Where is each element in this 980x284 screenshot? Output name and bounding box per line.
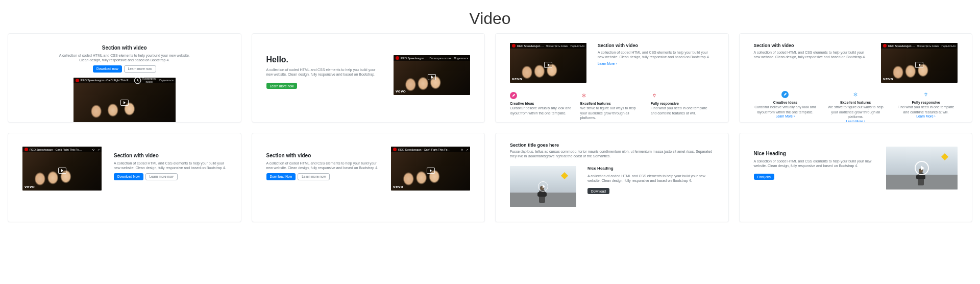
card-section-title[interactable]: Section title goes here Fusce dapibus, t… bbox=[495, 133, 729, 222]
video-thumbnail-street[interactable] bbox=[510, 166, 576, 207]
learn-more-link[interactable]: Learn More bbox=[916, 114, 935, 118]
feature-creative: Creative ideas Curabitur believe virtual… bbox=[510, 92, 573, 121]
card-title: Hello. bbox=[266, 55, 382, 64]
feature-title: Fully responsive bbox=[912, 100, 940, 105]
learn-more-link[interactable]: Learn More bbox=[776, 114, 795, 118]
learn-more-button[interactable]: Learn more now bbox=[298, 173, 330, 180]
video-title: REO Speedwagon - Can't Fight This Fe… bbox=[888, 44, 916, 48]
feature-title: Creative ideas bbox=[773, 100, 797, 105]
download-button[interactable]: Download bbox=[587, 188, 609, 194]
learn-more-button[interactable]: Learn more now bbox=[124, 65, 156, 73]
share-icon[interactable]: Поделиться bbox=[159, 79, 174, 82]
card-video-left[interactable]: REO Speedwagon - Can't Fight This Fe…⏲↗ … bbox=[8, 133, 241, 222]
watch-later-icon[interactable]: ⏲ bbox=[92, 148, 95, 151]
feature-responsive: Fully responsive Find what you need in o… bbox=[894, 91, 958, 123]
vevo-logo: vevo bbox=[393, 184, 403, 189]
learn-more-button[interactable]: Learn more now bbox=[145, 173, 178, 180]
feature-excellent: Excellent features We strive to figure o… bbox=[580, 92, 644, 121]
vevo-logo: vevo bbox=[24, 184, 35, 189]
video-thumbnail-street[interactable] bbox=[886, 147, 958, 190]
play-icon[interactable] bbox=[538, 181, 548, 192]
video-thumbnail[interactable]: REO Speedwagon - Can't Fight This Fe…⏲↗ … bbox=[22, 147, 102, 191]
youtube-icon bbox=[76, 79, 79, 82]
card-desc: A collection of coded HTML and CSS eleme… bbox=[754, 159, 874, 169]
feature-desc: Find what you need in one template and c… bbox=[894, 105, 958, 114]
diamond-icon bbox=[651, 92, 658, 99]
share-icon[interactable]: Поделиться bbox=[941, 44, 955, 48]
download-button[interactable]: Download Now bbox=[114, 173, 143, 180]
play-icon[interactable] bbox=[915, 62, 923, 68]
card-title: Section with video bbox=[102, 45, 147, 51]
feature-title: Fully responsive bbox=[651, 101, 714, 106]
card-video-centered[interactable]: Section with video A collection of coded… bbox=[8, 33, 241, 123]
play-icon[interactable] bbox=[58, 168, 66, 174]
share-icon[interactable]: Поделиться bbox=[454, 57, 468, 60]
cards-grid: Section with video A collection of coded… bbox=[0, 33, 980, 232]
learn-more-link[interactable]: Learn More bbox=[598, 62, 714, 65]
video-thumbnail[interactable]: REO Speedwagon - Can't Fight This Feelin… bbox=[74, 78, 176, 123]
play-icon[interactable] bbox=[428, 74, 436, 80]
feature-excellent: Excellent features We strive to figure o… bbox=[824, 91, 887, 123]
card-hello[interactable]: Hello. A collection of coded HTML and CS… bbox=[252, 33, 485, 123]
diamond-icon bbox=[922, 91, 929, 98]
video-title: REO Speedwagon - Can't Fight This Fe… bbox=[517, 44, 545, 48]
feature-desc: We strive to figure out ways to help you… bbox=[824, 105, 887, 119]
card-title: Nice Heading bbox=[754, 151, 874, 156]
youtube-icon bbox=[24, 148, 28, 151]
card-subdesc: Fusce dapibus, tellus ac cursus commodo,… bbox=[510, 149, 714, 159]
card-title: Section title goes here bbox=[510, 143, 714, 148]
feature-creative: Creative ideas Curabitur believe virtual… bbox=[754, 91, 817, 123]
video-thumbnail[interactable]: REO Speedwagon - Can't Fight This Fe…Пос… bbox=[510, 43, 586, 83]
card-video-features-red[interactable]: REO Speedwagon - Can't Fight This Fe…Пос… bbox=[495, 33, 729, 123]
feature-responsive: Fully responsive Find what you need in o… bbox=[651, 92, 714, 121]
card-title: Section with video bbox=[598, 43, 714, 48]
share-icon[interactable]: ↗ bbox=[466, 148, 468, 151]
edit-icon bbox=[781, 91, 789, 98]
watch-later-icon[interactable]: Посмотреть позже bbox=[430, 57, 452, 60]
youtube-icon bbox=[512, 44, 516, 48]
feature-desc: Curabitur believe virtually any look and… bbox=[510, 106, 573, 115]
watch-later-icon[interactable]: Посмотреть позже bbox=[134, 78, 156, 84]
watch-later-icon[interactable]: Посмотреть позже bbox=[917, 44, 939, 48]
card-desc: A collection of coded HTML and CSS eleme… bbox=[266, 67, 382, 77]
video-title: REO Speedwagon - Can't Fight This Feelin… bbox=[81, 79, 133, 82]
youtube-icon bbox=[883, 44, 887, 48]
play-icon[interactable] bbox=[427, 168, 435, 174]
watch-later-icon[interactable]: Посмотреть позже bbox=[546, 44, 568, 48]
play-icon[interactable] bbox=[120, 100, 129, 106]
card-nice-heading[interactable]: Nice Heading A collection of coded HTML … bbox=[739, 133, 973, 222]
learn-more-link[interactable]: Learn More bbox=[846, 120, 865, 123]
vevo-logo: vevo bbox=[396, 89, 406, 93]
watch-later-icon[interactable]: ⏲ bbox=[461, 148, 463, 151]
share-icon[interactable]: Поделиться bbox=[570, 44, 584, 48]
layers-icon bbox=[852, 91, 859, 98]
video-title: REO Speedwagon - Can't Fight This Fe… bbox=[30, 148, 91, 151]
youtube-icon bbox=[396, 56, 399, 60]
card-title: Section with video bbox=[754, 43, 870, 48]
card-desc: A collection of coded HTML and CSS eleme… bbox=[754, 50, 870, 60]
card-desc: A collection of coded HTML and CSS eleme… bbox=[58, 53, 191, 63]
youtube-icon bbox=[393, 148, 397, 151]
card-title: Section with video bbox=[266, 153, 379, 158]
find-jobs-button[interactable]: Find jobs bbox=[754, 174, 774, 180]
video-thumbnail[interactable]: REO Speedwagon - Can't Fight This Fe…Пос… bbox=[394, 55, 470, 95]
share-icon[interactable]: ↗ bbox=[97, 148, 100, 151]
layers-icon bbox=[580, 92, 587, 99]
learn-more-button[interactable]: Learn more now bbox=[266, 83, 298, 89]
feature-title: Excellent features bbox=[580, 101, 644, 106]
video-thumbnail[interactable]: REO Speedwagon - Can't Fight This Fe…⏲↗ … bbox=[391, 147, 470, 191]
item-title: Nice Heading bbox=[587, 166, 714, 172]
card-video-features-blue[interactable]: Section with video A collection of coded… bbox=[739, 33, 973, 123]
card-video-right[interactable]: Section with video A collection of coded… bbox=[252, 133, 485, 222]
video-thumbnail[interactable]: REO Speedwagon - Can't Fight This Fe…Пос… bbox=[881, 43, 958, 83]
play-icon[interactable] bbox=[915, 161, 929, 175]
feature-desc: We strive to figure out ways to help you… bbox=[580, 106, 644, 120]
feature-desc: Curabitur believe virtually any look and… bbox=[754, 105, 817, 114]
play-icon[interactable] bbox=[544, 62, 552, 68]
download-button[interactable]: Download Now bbox=[266, 173, 296, 180]
item-desc: A collection of coded HTML and CSS eleme… bbox=[587, 174, 714, 183]
feature-title: Creative ideas bbox=[510, 101, 573, 106]
card-title: Section with video bbox=[114, 153, 227, 158]
video-title: REO Speedwagon - Can't Fight This Fe… bbox=[401, 57, 428, 60]
download-button[interactable]: Download now bbox=[93, 65, 122, 73]
